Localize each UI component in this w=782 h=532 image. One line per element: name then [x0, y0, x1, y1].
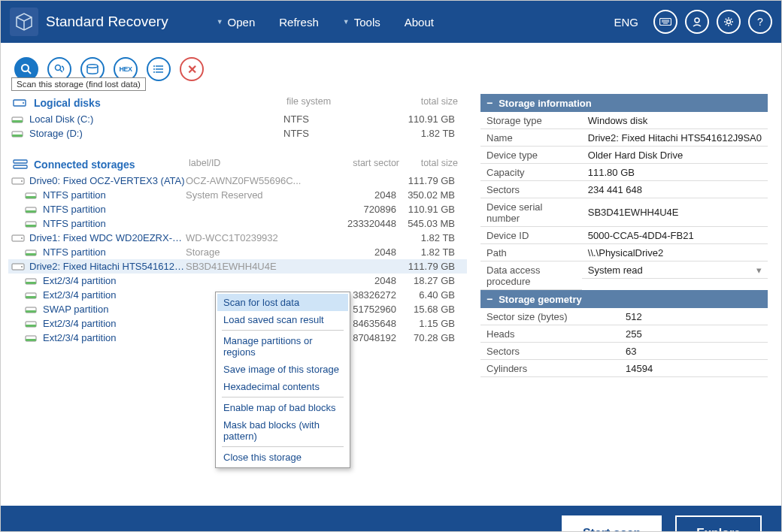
explore-button[interactable]: Explore — [675, 515, 762, 532]
disk-name: Storage (D:) — [29, 128, 283, 139]
ctx-manage[interactable]: Manage partitions or regions — [217, 332, 348, 361]
info-row-dropdown[interactable]: Data access procedureSystem read▾ — [480, 261, 768, 290]
col-totalsize: total size — [399, 96, 467, 107]
caret-down-icon: ▼ — [217, 18, 223, 26]
ctx-hex[interactable]: Hexadecimal contents — [217, 378, 348, 395]
drive-name: Drive2: Fixed Hitachi HTS541612J9SA... — [29, 261, 186, 272]
partition-row[interactable]: NTFS partition System Reserved 2048 350.… — [8, 188, 467, 202]
info-row: Path\\.\PhysicalDrive2 — [480, 244, 768, 261]
partition-name: NTFS partition — [43, 204, 186, 215]
info-row: Device typeOlder Hard Disk Drive — [480, 147, 768, 164]
main-menu: ▼Open Refresh ▼Tools About — [206, 11, 444, 33]
partition-label: System Reserved — [186, 189, 314, 201]
ctx-close[interactable]: Close this storage — [217, 449, 348, 466]
list-button[interactable] — [147, 57, 171, 81]
bottom-bar: Start scan Explore — [1, 506, 781, 532]
menu-open[interactable]: ▼Open — [206, 11, 266, 33]
info-row: Sectors63 — [480, 343, 768, 360]
svg-rect-42 — [26, 296, 36, 298]
partition-row[interactable]: Ext2/3/4 partition 2048 18.27 GB — [8, 274, 467, 288]
col-start: start sector — [317, 158, 399, 168]
disk-name: Local Disk (C:) — [29, 113, 283, 125]
ctx-load[interactable]: Load saved scan result — [217, 311, 348, 328]
info-row: Cylinders14594 — [480, 360, 768, 377]
language-selector[interactable]: ENG — [614, 16, 638, 29]
context-menu: Scan for lost data Load saved scan resul… — [215, 292, 350, 468]
info-panel: −Storage information Storage typeWindows… — [474, 91, 774, 506]
svg-point-16 — [153, 71, 155, 73]
partition-name: Ext2/3/4 partition — [43, 332, 186, 343]
separator — [222, 397, 344, 397]
menu-refresh[interactable]: Refresh — [268, 11, 329, 33]
partition-row[interactable]: NTFS partition 720896 110.91 GB — [8, 202, 467, 216]
ctx-badmap[interactable]: Enable map of bad blocks — [217, 399, 348, 416]
svg-rect-36 — [26, 253, 36, 255]
svg-point-15 — [153, 68, 155, 70]
partition-start: 2048 — [314, 275, 396, 286]
chevron-down-icon: ▾ — [756, 264, 762, 276]
menu-tools[interactable]: ▼Tools — [332, 11, 391, 33]
partition-size: 15.68 GB — [396, 304, 464, 315]
svg-point-10 — [87, 65, 98, 68]
info-row: Sector size (bytes)512 — [480, 308, 768, 325]
logical-disks-title: Logical disks — [34, 97, 101, 109]
user-icon[interactable] — [685, 10, 709, 34]
keyboard-icon[interactable] — [653, 10, 677, 34]
partition-name: NTFS partition — [43, 218, 186, 229]
partition-size: 1.15 GB — [396, 318, 464, 329]
svg-point-14 — [153, 65, 155, 67]
collapse-icon[interactable]: − — [486, 97, 493, 109]
drive-row[interactable]: Drive0: Fixed OCZ-VERTEX3 (ATA) OCZ-AWNZ… — [8, 174, 467, 188]
partition-name: Ext2/3/4 partition — [43, 318, 186, 329]
drive-row[interactable]: Drive2: Fixed Hitachi HTS541612J9SA... S… — [8, 259, 467, 274]
drive-size: 111.79 GB — [396, 175, 464, 186]
drive-row[interactable]: Drive1: Fixed WDC WD20EZRX-00DC0... WD-W… — [8, 231, 467, 245]
separator — [222, 330, 344, 331]
volume-icon — [25, 219, 40, 228]
drive-name: Drive1: Fixed WDC WD20EZRX-00DC0... — [29, 232, 186, 243]
ctx-mask[interactable]: Mask bad blocks (with pattern) — [217, 416, 348, 445]
logical-disk-row[interactable]: Local Disk (C:) NTFS 110.91 GB — [8, 112, 467, 126]
svg-point-6 — [22, 65, 29, 71]
partition-row[interactable]: NTFS partition 233320448 545.03 MB — [8, 216, 467, 231]
volume-icon — [25, 291, 40, 300]
svg-rect-22 — [12, 135, 23, 137]
drive-label: SB3D41EWHH4U4E — [186, 261, 314, 272]
disk-size: 1.82 TB — [396, 128, 464, 139]
gear-icon[interactable] — [717, 10, 741, 34]
connected-storages-title: Connected storages — [34, 159, 135, 171]
close-button[interactable]: ✕ — [180, 57, 204, 81]
help-icon[interactable]: ? — [748, 10, 772, 34]
svg-line-7 — [28, 71, 31, 74]
logical-disk-row[interactable]: Storage (D:) NTFS 1.82 TB — [8, 126, 467, 141]
volume-icon — [11, 129, 26, 138]
collapse-icon[interactable]: − — [486, 293, 493, 305]
disk-icon — [11, 262, 26, 271]
drive-size: 1.82 TB — [396, 232, 464, 243]
info-row: NameDrive2: Fixed Hitachi HTS541612J9SA0 — [480, 129, 768, 147]
ctx-scan[interactable]: Scan for lost data — [217, 294, 348, 311]
info-row: Device ID5000-CCA5-4DD4-FB21 — [480, 227, 768, 244]
partition-start: 2048 — [314, 189, 396, 201]
svg-rect-24 — [14, 165, 27, 168]
info-row: Device serial numberSB3D41EWHH4U4E — [480, 198, 768, 227]
menu-about[interactable]: About — [394, 11, 444, 33]
disk-fs: NTFS — [283, 128, 396, 139]
svg-point-34 — [21, 237, 23, 239]
drive-size: 111.79 GB — [396, 261, 464, 272]
partition-size: 70.28 GB — [396, 332, 464, 343]
disk-fs: NTFS — [283, 113, 396, 125]
tooltip: Scan this storage (find lost data) — [11, 77, 146, 91]
disk-icon — [11, 177, 26, 186]
start-scan-button[interactable]: Start scan — [562, 515, 662, 532]
ctx-save[interactable]: Save image of this storage — [217, 361, 348, 378]
drive-name: Drive0: Fixed OCZ-VERTEX3 (ATA) — [29, 175, 186, 186]
partition-size: 18.27 GB — [396, 275, 464, 286]
info-row: Storage typeWindows disk — [480, 112, 768, 129]
svg-point-18 — [23, 102, 24, 104]
partition-size: 545.03 MB — [396, 218, 464, 229]
partition-row[interactable]: NTFS partition Storage 2048 1.82 TB — [8, 245, 467, 259]
toolbar: HEX ✕ Scan this storage (find lost data) — [1, 43, 781, 91]
partition-start: 2048 — [314, 246, 396, 258]
app-title: Standard Recovery — [46, 14, 168, 30]
